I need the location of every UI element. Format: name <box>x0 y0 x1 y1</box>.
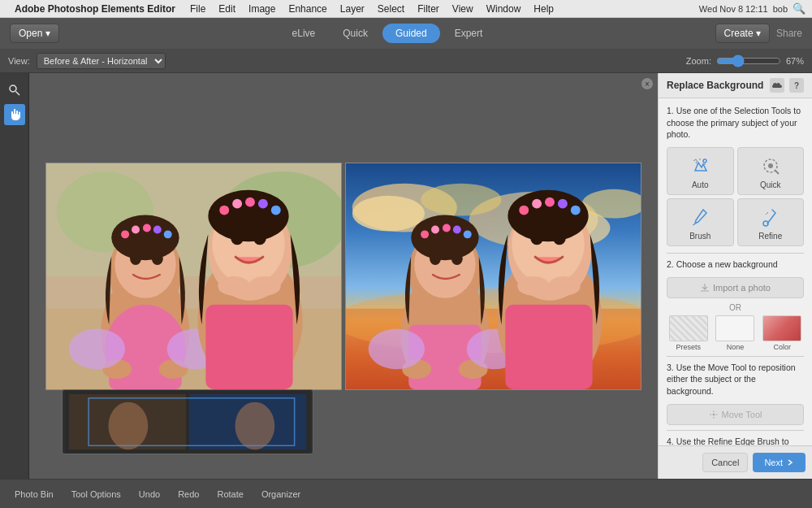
menu-layer[interactable]: Layer <box>335 3 369 15</box>
svg-point-15 <box>143 224 151 232</box>
app-name: Adobe Photoshop Elements Editor <box>15 3 175 15</box>
move-tool-button[interactable]: Move Tool <box>667 404 804 425</box>
brush-selection-tool[interactable]: Brush <box>667 198 734 246</box>
svg-point-73 <box>571 205 581 215</box>
svg-point-40 <box>352 195 425 231</box>
svg-point-36 <box>218 276 250 296</box>
quick-tool-label: Quick <box>760 180 781 189</box>
auto-tool-label: Auto <box>692 180 709 189</box>
open-label: Open <box>19 28 42 39</box>
right-panel: Replace Background ? 1. Use one of the S… <box>658 73 812 479</box>
toolbar-right-actions: Create ▾ Share <box>715 24 802 43</box>
svg-point-34 <box>271 205 281 215</box>
color-option[interactable]: Color <box>760 315 804 351</box>
svg-point-88 <box>712 413 715 415</box>
view-label: View: <box>8 56 30 66</box>
none-option[interactable]: None <box>714 315 758 351</box>
panel-actions: Cancel Next <box>659 445 812 479</box>
after-image-panel <box>345 163 641 390</box>
refine-selection-tool[interactable]: Refine <box>737 198 805 246</box>
organizer-button[interactable]: Organizer <box>253 486 309 502</box>
close-canvas-button[interactable]: × <box>641 78 653 89</box>
photo-bin-button[interactable]: Photo Bin <box>6 486 62 502</box>
step4-text: 4. Use the Refine Edge Brush to soften t… <box>667 436 804 445</box>
menu-help[interactable]: Help <box>529 3 559 15</box>
svg-point-85 <box>768 163 773 168</box>
tab-guided[interactable]: Guided <box>382 24 440 43</box>
canvas-area: × <box>29 73 658 479</box>
open-button[interactable]: Open ▾ <box>10 24 59 43</box>
none-thumb <box>715 315 754 341</box>
cancel-button[interactable]: Cancel <box>702 453 748 472</box>
bottom-bar: Photo Bin Tool Options Undo Redo Rotate … <box>0 479 812 508</box>
tab-quick[interactable]: Quick <box>330 24 381 43</box>
view-select[interactable]: Before & After - Horizontal <box>37 53 166 69</box>
brush-tool-label: Brush <box>689 232 710 241</box>
auto-selection-tool[interactable]: Auto <box>667 147 734 195</box>
menu-window[interactable]: Window <box>482 3 526 15</box>
zoom-label: Zoom: <box>686 56 711 66</box>
menu-enhance[interactable]: Enhance <box>283 3 331 15</box>
svg-point-30 <box>219 205 229 215</box>
datetime-display: Wed Nov 8 12:11 <box>699 4 768 14</box>
none-label: None <box>727 343 745 351</box>
svg-point-43 <box>421 183 501 215</box>
share-button[interactable]: Share <box>776 28 802 39</box>
menu-select[interactable]: Select <box>373 3 409 15</box>
before-image-panel <box>45 163 342 390</box>
panel-header-icons: ? <box>770 78 804 93</box>
auto-tool-icon <box>687 153 713 179</box>
zoom-tool[interactable] <box>4 80 25 101</box>
divider-1 <box>667 253 804 254</box>
svg-rect-35 <box>205 304 292 389</box>
left-toolbox <box>0 73 29 479</box>
tab-elive[interactable]: eLive <box>279 24 329 43</box>
thumbnail-navigator[interactable] <box>62 389 313 454</box>
next-button[interactable]: Next <box>753 453 806 472</box>
svg-line-1 <box>15 92 19 96</box>
svg-point-80 <box>109 402 149 450</box>
create-button[interactable]: Create ▾ <box>715 24 770 43</box>
import-label: Import a photo <box>713 283 771 293</box>
search-icon[interactable]: 🔍 <box>793 2 806 15</box>
redo-button[interactable]: Redo <box>170 486 207 502</box>
move-tool-label: Move Tool <box>722 410 762 419</box>
svg-point-72 <box>558 198 568 208</box>
refine-tool-label: Refine <box>758 232 782 241</box>
tab-expert[interactable]: Expert <box>442 24 496 43</box>
divider-2 <box>667 356 804 357</box>
svg-point-57 <box>464 230 472 238</box>
undo-button[interactable]: Undo <box>131 486 168 502</box>
menu-filter[interactable]: Filter <box>412 3 444 15</box>
or-label: OR <box>667 303 804 312</box>
zoom-slider[interactable] <box>716 54 781 67</box>
svg-point-53 <box>421 230 429 238</box>
menu-view[interactable]: View <box>447 3 478 15</box>
rotate-button[interactable]: Rotate <box>209 486 251 502</box>
tool-options-button[interactable]: Tool Options <box>63 486 129 502</box>
hand-tool[interactable] <box>4 104 25 125</box>
step1-text: 1. Use one of the Selection Tools to cho… <box>667 105 804 141</box>
svg-rect-74 <box>505 304 592 389</box>
main-toolbar: Open ▾ eLive Quick Guided Expert Create … <box>0 18 812 49</box>
quick-selection-tool[interactable]: Quick <box>737 147 805 195</box>
svg-point-81 <box>235 402 275 450</box>
menu-edit[interactable]: Edit <box>214 3 240 15</box>
quick-tool-icon <box>758 153 784 179</box>
panel-cloud-icon[interactable] <box>770 78 784 93</box>
svg-point-17 <box>164 230 172 238</box>
mode-tabs: eLive Quick Guided Expert <box>66 24 708 43</box>
panel-help-icon[interactable]: ? <box>789 78 804 93</box>
zoom-section: Zoom: 67% <box>686 54 804 67</box>
create-label: Create <box>724 28 754 39</box>
menu-image[interactable]: Image <box>244 3 280 15</box>
menu-file[interactable]: File <box>185 3 210 15</box>
panel-header: Replace Background ? <box>659 73 812 98</box>
import-photo-button[interactable]: Import a photo <box>667 277 804 298</box>
panel-title: Replace Background <box>667 80 763 91</box>
svg-point-32 <box>245 197 255 206</box>
presets-option[interactable]: Presets <box>667 315 710 351</box>
svg-point-37 <box>248 276 281 296</box>
zoom-value: 67% <box>786 56 804 66</box>
menu-right-info: Wed Nov 8 12:11 bob 🔍 <box>699 2 806 15</box>
